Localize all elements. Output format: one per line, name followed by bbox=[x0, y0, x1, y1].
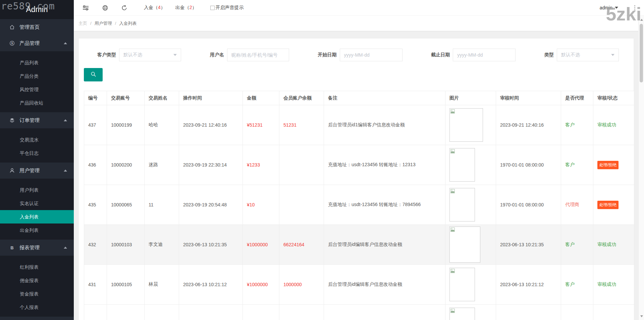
agent-role-label: 客户 bbox=[565, 162, 575, 167]
table-row-431[interactable]: 43110000105林晨2023-06-13 10:21:12¥1000000… bbox=[84, 265, 634, 305]
table-row-436[interactable]: 43610000200迷路2023-09-19 22:30:14¥1233充值地… bbox=[84, 145, 634, 185]
sound-checkbox[interactable] bbox=[210, 6, 215, 10]
cell-image bbox=[445, 265, 496, 305]
sidebar-group-system[interactable]: 系统管理 bbox=[0, 317, 74, 320]
customer-type-select[interactable]: 默认不选 bbox=[119, 49, 181, 61]
start-date-input[interactable] bbox=[340, 49, 402, 61]
cell-balance: 51231 bbox=[279, 105, 324, 145]
cell-remark: 后台管理员id编辑客户信息改动金额 bbox=[324, 265, 445, 305]
sidebar-item-产品分类[interactable]: 产品分类 bbox=[0, 69, 74, 83]
cell-image bbox=[445, 105, 496, 145]
image-thumbnail[interactable] bbox=[449, 308, 475, 320]
sidebar-group-order[interactable]: 订单管理 bbox=[0, 112, 74, 128]
cell-name: 迷路 bbox=[145, 145, 179, 185]
search-button[interactable] bbox=[84, 68, 103, 81]
scroll-up-icon[interactable] bbox=[639, 17, 644, 22]
end-date-input[interactable] bbox=[453, 49, 516, 61]
sound-toggle[interactable]: 开启声音提示 bbox=[210, 5, 244, 11]
sidebar-group-product[interactable]: $产品管理 bbox=[0, 35, 74, 51]
scrollbar-thumb[interactable] bbox=[640, 24, 643, 82]
column-header-交易姓名: 交易姓名 bbox=[145, 91, 179, 105]
sidebar-item-佣金报表[interactable]: 佣金报表 bbox=[0, 274, 74, 287]
column-header-审核时间: 审核时间 bbox=[496, 91, 561, 105]
chevron-down-icon bbox=[611, 54, 614, 56]
type-select[interactable]: 默认不选 bbox=[557, 49, 619, 61]
breadcrumb-item-入金列表[interactable]: 入金列表 bbox=[119, 20, 137, 26]
column-header-交易账号: 交易账号 bbox=[107, 91, 145, 105]
sidebar-item-红利报表[interactable]: 红利报表 bbox=[0, 260, 74, 274]
column-header-图片: 图片 bbox=[445, 91, 496, 105]
collapse-sidebar-icon[interactable] bbox=[83, 5, 89, 10]
refresh-icon[interactable] bbox=[121, 5, 127, 11]
table-row-437[interactable]: 43710000199哈哈2023-09-21 12:40:16¥5123151… bbox=[84, 105, 634, 145]
sidebar-item-个人报表[interactable]: 个人报表 bbox=[0, 301, 74, 314]
image-thumbnail[interactable] bbox=[449, 268, 475, 301]
sidebar-item-产品列表[interactable]: 产品列表 bbox=[0, 56, 74, 69]
sidebar-group-home[interactable]: 管理首页 bbox=[0, 19, 74, 35]
sidebar: Admin 管理首页$产品管理产品列表产品分类风控管理产品回收站订单管理交易流水… bbox=[0, 0, 74, 320]
customer-type-label: 客户类型 bbox=[97, 52, 116, 58]
cell-id: 435 bbox=[84, 185, 107, 225]
username-input[interactable] bbox=[227, 49, 289, 61]
user-menu[interactable]: admin bbox=[600, 5, 618, 10]
cell-status: 审核成功 bbox=[593, 265, 634, 305]
image-thumbnail[interactable] bbox=[449, 227, 480, 263]
table-row-430[interactable]: 43010000151郑高杰2023-06-13 10:18:50¥150015… bbox=[84, 305, 634, 320]
svg-text:B: B bbox=[10, 245, 13, 250]
deposit-link[interactable]: 入金（4） bbox=[144, 5, 165, 11]
scroll-down-icon[interactable] bbox=[639, 313, 644, 319]
sidebar-item-出金列表[interactable]: 出金列表 bbox=[0, 223, 74, 237]
broken-image-icon bbox=[450, 189, 455, 193]
cell-status: 审核成功 bbox=[593, 305, 634, 320]
image-thumbnail[interactable] bbox=[449, 108, 483, 142]
status-badge[interactable]: 处理/拒绝 bbox=[597, 201, 619, 209]
sound-label: 开启声音提示 bbox=[216, 5, 244, 11]
sidebar-item-风控管理[interactable]: 风控管理 bbox=[0, 83, 74, 96]
sidebar-item-交易流水[interactable]: 交易流水 bbox=[0, 133, 74, 146]
cell-audit-time: 2023-06-13 10:21:35 bbox=[496, 225, 561, 265]
sidebar-group-user[interactable]: 用户管理 bbox=[0, 163, 74, 179]
vertical-scrollbar[interactable] bbox=[638, 16, 644, 320]
sidebar-item-资金报表[interactable]: 资金报表 bbox=[0, 287, 74, 301]
topbar: 入金（4） 出金（2） 开启声音提示 admin bbox=[74, 0, 644, 16]
dollar-icon: $ bbox=[9, 41, 15, 46]
sidebar-item-实名认证[interactable]: 实名认证 bbox=[0, 197, 74, 210]
sidebar-item-用户列表[interactable]: 用户列表 bbox=[0, 183, 74, 197]
cell-amount: ¥51231 bbox=[243, 105, 279, 145]
username-label: 用户名 bbox=[210, 52, 224, 58]
status-label: 审核成功 bbox=[597, 242, 616, 247]
image-thumbnail[interactable] bbox=[449, 148, 475, 182]
image-thumbnail[interactable] bbox=[449, 188, 475, 221]
chevron-up-icon bbox=[64, 170, 67, 172]
sidebar-item-入金列表[interactable]: 入金列表 bbox=[0, 210, 74, 223]
withdraw-link[interactable]: 出金（2） bbox=[175, 5, 197, 11]
cell-amount: ¥10 bbox=[243, 185, 279, 225]
sidebar-item-平仓日志[interactable]: 平仓日志 bbox=[0, 146, 74, 160]
sidebar-submenu-report: 红利报表佣金报表资金报表个人报表 bbox=[0, 256, 74, 317]
table-row-432[interactable]: 43210000103李文迪2023-06-13 10:21:35¥100000… bbox=[84, 225, 634, 265]
broken-image-icon bbox=[450, 149, 455, 153]
breadcrumb-item-主页[interactable]: 主页 bbox=[78, 20, 87, 26]
cell-agent: 客户 bbox=[561, 305, 593, 320]
globe-icon[interactable] bbox=[102, 5, 108, 11]
sidebar-group-report[interactable]: B报表管理 bbox=[0, 240, 74, 256]
status-badge[interactable]: 处理/拒绝 bbox=[597, 161, 619, 169]
cell-account: 10000103 bbox=[107, 225, 145, 265]
svg-text:$: $ bbox=[11, 42, 13, 45]
cell-remark: 后台管理员id编辑客户信息改动金额 bbox=[324, 305, 445, 320]
sidebar-item-产品回收站[interactable]: 产品回收站 bbox=[0, 96, 74, 110]
cell-balance: 66224164 bbox=[279, 225, 324, 265]
chevron-up-icon bbox=[64, 247, 67, 249]
table-row-435[interactable]: 43510000065112023-09-19 20:54:48¥10充值地址：… bbox=[84, 185, 634, 225]
cell-name: 李文迪 bbox=[145, 225, 179, 265]
sidebar-submenu-user: 用户列表实名认证入金列表出金列表 bbox=[0, 179, 74, 240]
column-header-是否代理: 是否代理 bbox=[561, 91, 593, 105]
breadcrumb-item-用户管理[interactable]: 用户管理 bbox=[95, 20, 112, 26]
cell-audit-time: 2023-06-13 10:21:12 bbox=[496, 265, 561, 305]
cell-name: 林晨 bbox=[145, 265, 179, 305]
start-date-label: 开始日期 bbox=[318, 52, 337, 58]
cell-op-time: 2023-06-13 10:21:12 bbox=[179, 265, 243, 305]
more-menu-icon[interactable] bbox=[632, 5, 637, 11]
app-root: Admin 管理首页$产品管理产品列表产品分类风控管理产品回收站订单管理交易流水… bbox=[0, 0, 644, 320]
cell-op-time: 2023-09-19 22:30:14 bbox=[179, 145, 243, 185]
